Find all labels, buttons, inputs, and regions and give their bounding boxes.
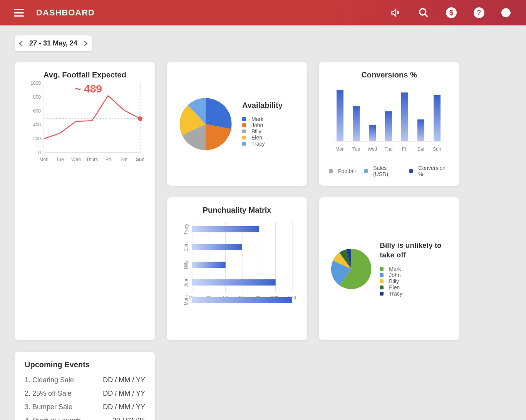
legend-item: Billy	[242, 128, 283, 134]
event-row: 4. Product Launch29 / 03 /25	[25, 417, 145, 420]
svg-text:Tue: Tue	[352, 146, 360, 152]
svg-text:Mon: Mon	[39, 157, 48, 162]
dollar-icon[interactable]: $	[446, 7, 457, 18]
svg-rect-54	[192, 244, 242, 250]
svg-text:0: 0	[38, 150, 41, 155]
svg-rect-12	[385, 111, 392, 141]
svg-text:Tracy: Tracy	[183, 223, 189, 235]
svg-rect-18	[434, 95, 441, 141]
svg-text:Sun: Sun	[433, 146, 441, 152]
help-icon[interactable]: ?	[474, 7, 484, 18]
svg-rect-58	[192, 279, 276, 286]
svg-rect-52	[192, 226, 259, 232]
svg-point-0	[420, 9, 426, 15]
footfall-title: Avg. Footfall Expected	[25, 71, 145, 79]
svg-rect-8	[353, 106, 360, 141]
svg-rect-16	[417, 119, 424, 141]
svg-rect-14	[401, 92, 408, 141]
legend-item: Tracy	[380, 291, 449, 297]
takeoff-pie-chart	[329, 240, 374, 298]
volume-icon[interactable]	[390, 7, 401, 18]
event-row: 3. Bumper SaleDD / MM / YY	[25, 403, 145, 411]
svg-text:~ 489: ~ 489	[75, 83, 102, 95]
svg-rect-60	[192, 297, 292, 303]
punctuality-bar-chart: 0%2%4%6%8%10%12%TracyElenBillyJohnMark	[177, 215, 296, 330]
upcoming-events-card: Upcoming Events 1. Clearing SaleDD / MM …	[15, 352, 155, 420]
availability-title: Availability	[242, 101, 283, 110]
svg-text:?: ?	[477, 8, 481, 17]
chevron-right-icon[interactable]	[82, 40, 87, 46]
takeoff-card: Billy is unlikely to take off MarkJohnBi…	[319, 197, 459, 340]
svg-point-29	[138, 116, 142, 121]
page-title: DASHBOARD	[36, 8, 95, 18]
footfall-line-chart: 02004006008001000MonTueWedThursFriSatSun…	[25, 79, 144, 168]
legend-item: John	[242, 122, 283, 128]
legend-footfall: Footfall	[329, 165, 356, 177]
takeoff-title: Billy is unlikely to take off	[380, 241, 449, 260]
svg-rect-56	[192, 262, 226, 268]
date-range-text: 27 - 31 May, 24	[29, 39, 77, 47]
availability-pie-chart	[177, 95, 235, 153]
svg-rect-6	[337, 90, 343, 141]
svg-text:Mon: Mon	[335, 146, 344, 152]
svg-text:600: 600	[33, 108, 41, 114]
chevron-left-icon[interactable]	[19, 40, 25, 46]
svg-rect-10	[369, 125, 376, 141]
conversions-title: Conversions %	[329, 71, 449, 79]
svg-text:Fri: Fri	[402, 146, 407, 152]
legend-item: Billy	[380, 278, 449, 284]
punctuality-card: Punchuality Matrix 0%2%4%6%8%10%12%Tracy…	[167, 197, 307, 340]
svg-text:Elen: Elen	[183, 242, 189, 252]
upcoming-events-title: Upcoming Events	[25, 360, 145, 369]
search-icon[interactable]	[418, 7, 429, 18]
svg-text:200: 200	[33, 136, 41, 141]
svg-text:800: 800	[33, 94, 41, 100]
availability-card: Availability MarkJohnBillyElenTracy	[167, 62, 307, 186]
svg-text:Sat: Sat	[121, 157, 128, 162]
legend-sales: Sales (USD)	[364, 165, 401, 177]
event-row: 1. Clearing SaleDD / MM / YY	[25, 376, 145, 384]
svg-text:Thurs: Thurs	[86, 157, 98, 162]
conversions-card: Conversions % MonTueWedThuFriSatSun Foot…	[319, 62, 459, 186]
conversions-bar-chart: MonTueWedThuFriSatSun	[329, 79, 448, 160]
logout-icon[interactable]	[501, 7, 512, 18]
menu-icon[interactable]	[14, 9, 24, 17]
legend-item: Elen	[242, 134, 283, 141]
svg-text:Sat: Sat	[417, 146, 425, 152]
legend-conversion: Conversion %	[409, 165, 449, 177]
svg-text:1000: 1000	[30, 81, 41, 86]
legend-item: Mark	[380, 266, 449, 272]
svg-text:400: 400	[33, 122, 41, 128]
svg-text:Fri: Fri	[106, 157, 111, 162]
punctuality-title: Punchuality Matrix	[177, 206, 297, 215]
svg-text:Wed: Wed	[368, 146, 377, 152]
legend-item: Elen	[380, 284, 449, 291]
svg-text:Thu: Thu	[385, 146, 393, 152]
svg-text:Wed: Wed	[71, 157, 80, 162]
svg-text:Sun: Sun	[136, 157, 144, 162]
svg-text:John: John	[183, 277, 189, 287]
svg-text:Mark: Mark	[183, 295, 189, 306]
app-header: DASHBOARD $ ?	[0, 0, 526, 25]
svg-text:$: $	[449, 8, 454, 17]
svg-text:Tue: Tue	[56, 157, 64, 162]
footfall-card: Avg. Footfall Expected 02004006008001000…	[15, 62, 155, 340]
legend-item: Mark	[242, 116, 283, 122]
date-range-picker[interactable]: 27 - 31 May, 24	[15, 35, 92, 51]
legend-item: Tracy	[242, 141, 283, 147]
svg-text:Billy: Billy	[183, 260, 189, 269]
legend-item: John	[380, 272, 449, 278]
event-row: 2. 25% off SaleDD / MM / YY	[25, 390, 145, 398]
